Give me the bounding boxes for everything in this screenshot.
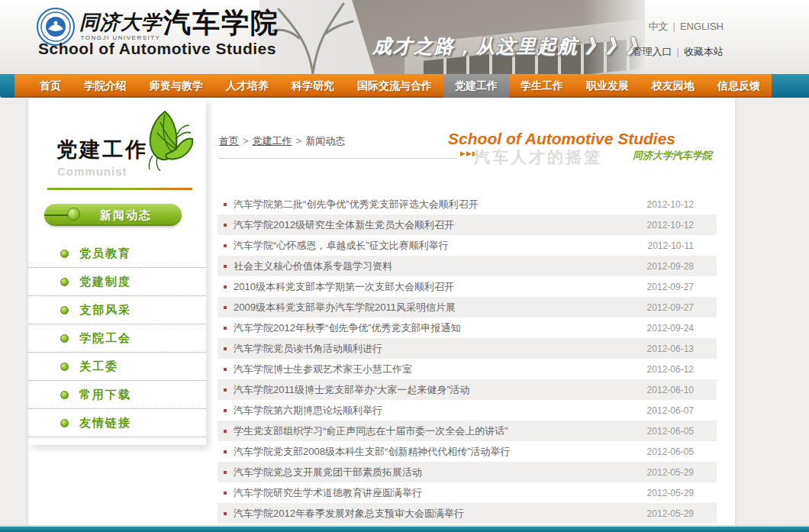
news-title-link[interactable]: 汽车学院党员读书角活动顺利进行 [234,342,638,356]
news-title-link[interactable]: 汽车学院党总支开展党团干部素质拓展活动 [234,466,638,479]
nav-item[interactable]: 人才培养 [214,74,280,98]
banner-slogan: 成才之路，从这里起航 》》》 [372,34,647,59]
lang-english-link[interactable]: ENGLISH [680,21,724,32]
news-date: 2012-06-05 [647,447,694,457]
news-date: 2012-10-12 [647,199,694,210]
news-title-link[interactable]: 汽车学院博士生参观艺术家王小慧工作室 [234,363,638,376]
sidebar-item[interactable]: 支部风采 [28,296,206,324]
admin-entry-link[interactable]: 管理入口 [633,46,672,57]
bullet-icon [224,450,227,453]
news-row[interactable]: 汽车学院2012年秋季“创先争优”优秀党支部申报通知 2012-09-24 [218,318,717,338]
nav-list: 首页 学院介绍 师资与教学 人才培养 科学研究 国际交流与合作 党建工作 学生工… [28,74,772,98]
breadcrumb-home[interactable]: 首页 [219,135,239,147]
news-date: 2012-10-11 [648,240,695,251]
green-bullet-icon [60,391,69,399]
nav-item[interactable]: 国际交流与合作 [346,74,443,98]
news-title-link[interactable]: 2010级本科党支部本学期第一次支部大会顺利召开 [234,280,638,294]
news-title-link[interactable]: 汽车学院第六期博思论坛顺利举行 [234,404,638,418]
sidebar-item[interactable]: 常用下载 [28,381,206,409]
sidebar-item-label: 支部风采 [79,303,131,318]
sidebar-item-label: 常用下载 [79,388,131,402]
bullet-icon [224,203,227,206]
news-date: 2012-05-29 [647,488,694,498]
news-title-link[interactable]: 汽车学院2012年秋季“创先争优”优秀党支部申报通知 [234,321,638,335]
bullet-icon [224,327,227,330]
sidebar-item[interactable]: 学院工会 [28,324,206,353]
language-links: 中文|ENGLISH [649,20,724,34]
nav-item[interactable]: 学院介绍 [73,74,138,98]
bullet-icon [224,512,227,515]
news-title-link[interactable]: 社会主义核心价值体系专题学习资料 [234,260,638,273]
bullet-icon [224,224,227,227]
news-row[interactable]: 汽车学院第六期博思论坛顺利举行 2012-06-07 [218,400,717,421]
nav-item[interactable]: 职业发展 [575,74,640,98]
nav-item[interactable]: 党建工作 [443,74,509,98]
bullet-icon [224,347,227,350]
news-date: 2012-06-12 [647,364,694,375]
nav-item[interactable]: 师资与教学 [138,74,214,98]
news-row[interactable]: 社会主义核心价值体系专题学习资料 2012-09-28 [218,256,717,276]
news-date: 2012-09-27 [647,282,694,292]
nav-item[interactable]: 信息反馈 [706,74,772,98]
nav-item[interactable]: 首页 [28,74,73,98]
green-bullet-icon [60,334,69,343]
sidebar-divider [47,188,192,190]
nav-item[interactable]: 科学研究 [280,74,346,98]
sidebar-item[interactable]: 党员教育 [28,240,206,268]
news-row[interactable]: 学生党支部组织学习“俞正声同志在十届市委一次全会上的讲话” 2012-06-05 [218,421,717,441]
green-bullet-icon [60,278,69,286]
news-title-link[interactable]: 2009级本科党支部举办汽车学院2011风采明信片展 [234,301,638,314]
butterfly-icon [142,107,197,174]
news-row[interactable]: 汽车学院2011级博士党支部举办“大家一起来健身”活动 2012-06-10 [218,379,717,400]
news-title-link[interactable]: 学生党支部组织学习“俞正声同志在十届市委一次全会上的讲话” [234,424,638,438]
news-title-link[interactable]: 汽车学院2012级研究生全体新生党员大会顺利召开 [234,218,638,232]
nav-item[interactable]: 校友园地 [640,74,706,98]
school-name-cn: 汽车学院 [163,6,279,39]
breadcrumb-current: 新闻动态 [305,135,345,147]
news-row[interactable]: 汽车学院第二批“创先争优”优秀党支部评选大会顺利召开 2012-10-12 [218,194,717,214]
sidebar-item-label: 学院工会 [79,331,131,346]
news-row[interactable]: 汽车学院党支部2008级本科生支部“创新精神代代相传”活动举行 2012-06-… [218,441,717,462]
sidebar-subtitle: Communist [57,165,127,178]
news-row[interactable]: 汽车学院“心怀感恩，卓越成长”征文比赛顺利举行 2012-10-11 [218,235,717,256]
sidebar-item[interactable]: 党建制度 [28,268,206,296]
section-header: School of Automotive Studies 同济大学汽车学院 [448,130,712,163]
news-row[interactable]: 2009级本科党支部举办汽车学院2011风采明信片展 2012-09-27 [218,297,717,318]
news-row[interactable]: 汽车学院2012年春季发展对象总支预审大会圆满举行 2012-05-29 [218,503,717,524]
link-divider: | [672,46,684,57]
lang-chinese-link[interactable]: 中文 [649,21,669,32]
sidebar-item[interactable]: 友情链接 [28,409,206,437]
news-date: 2012-09-24 [647,323,694,334]
news-row[interactable]: 汽车学院博士生参观艺术家王小慧工作室 2012-06-12 [218,359,717,379]
green-bullet-icon [60,306,69,314]
green-bullet-icon [60,250,69,258]
news-title-link[interactable]: 汽车学院“心怀感恩，卓越成长”征文比赛顺利举行 [234,239,639,253]
bullet-icon [224,306,227,309]
news-row[interactable]: 2010级本科党支部本学期第一次支部大会顺利召开 2012-09-27 [218,276,717,297]
news-title-link[interactable]: 汽车学院党支部2008级本科生支部“创新精神代代相传”活动举行 [234,445,638,459]
news-row[interactable]: 汽车学院党员读书角活动顺利进行 2012-06-13 [218,338,717,359]
news-title-link[interactable]: 汽车学院2011级博士党支部举办“大家一起来健身”活动 [234,383,638,397]
bullet-icon [224,471,227,474]
news-title-link[interactable]: 汽车学院2012年春季发展对象总支预审大会圆满举行 [234,507,638,521]
green-bullet-icon [60,363,69,371]
news-date: 2012-05-29 [647,508,694,519]
sidebar-item[interactable]: 关工委 [28,353,206,381]
nav-item[interactable]: 学生工作 [509,74,575,98]
sidebar: 党建工作 Communist 新闻动态 党员教育 党建制度 [28,98,206,445]
news-row[interactable]: 汽车学院研究生学术道德教育讲座圆满举行 2012-05-29 [218,482,717,503]
sidebar-item-label: 关工委 [79,360,118,374]
nav-right-cap [772,74,809,98]
section-title-cn: 同济大学汽车学院 [448,149,712,163]
bullet-icon [224,285,227,289]
favorite-site-link[interactable]: 收藏本站 [684,46,724,57]
bullet-icon [224,430,227,433]
green-bullet-icon [60,419,69,427]
breadcrumb-party[interactable]: 党建工作 [253,135,292,147]
news-row[interactable]: 汽车学院党总支开展党团干部素质拓展活动 2012-05-29 [218,462,717,482]
news-row[interactable]: 汽车学院2012级研究生全体新生党员大会顺利召开 2012-10-12 [218,214,717,235]
news-title-link[interactable]: 汽车学院第二批“创先争优”优秀党支部评选大会顺利召开 [234,198,638,211]
sidebar-item-news-active[interactable]: 新闻动态 [44,204,182,226]
news-title-link[interactable]: 汽车学院研究生学术道德教育讲座圆满举行 [234,486,638,500]
news-date: 2012-05-29 [647,467,694,478]
